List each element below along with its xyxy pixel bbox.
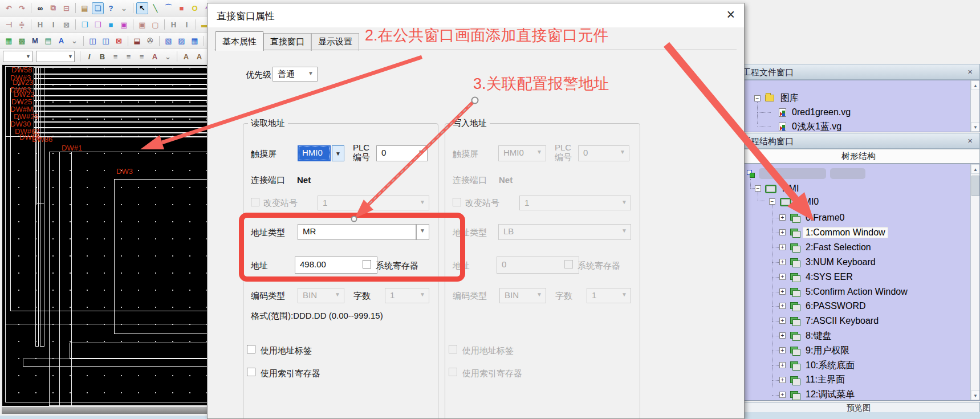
tree-item-window[interactable]: 5:Confirm Action Window — [790, 286, 910, 298]
align-right-icon[interactable]: ≡ — [136, 51, 148, 63]
expand-icon[interactable]: + — [779, 377, 786, 383]
line-tool-icon[interactable]: ╲ — [149, 2, 161, 14]
station-number-select[interactable]: 1▼ — [519, 196, 631, 210]
copy-windows-icon[interactable]: ❏ — [92, 2, 104, 14]
scrollbar-thumb[interactable] — [971, 176, 979, 196]
system-register-checkbox[interactable] — [564, 260, 573, 269]
expand-icon[interactable]: + — [779, 318, 786, 324]
same-height-icon[interactable]: I — [47, 19, 59, 31]
collapse-icon[interactable]: − — [769, 198, 775, 205]
pointer-icon[interactable]: ↖ — [136, 2, 148, 14]
plc-tool-icon[interactable]: ✇ — [144, 35, 156, 47]
expand-icon[interactable]: + — [779, 347, 786, 353]
tree-item-window[interactable]: 3:NUM Keyboard — [790, 256, 878, 269]
close-icon[interactable]: × — [726, 6, 735, 22]
chevron-down-icon[interactable]: ▼ — [332, 145, 344, 161]
more-chevron-icon[interactable]: ⌄ — [68, 35, 80, 47]
tree-item-hmi0[interactable]: HMI0 — [780, 196, 821, 208]
tree-item-window[interactable]: 8:键盘 — [790, 329, 833, 342]
tree-item-hmi[interactable]: HMI — [765, 182, 801, 195]
find-icon[interactable]: ∞ — [34, 2, 46, 14]
window-next-icon[interactable]: ◫ — [100, 35, 112, 47]
encoding-type-select[interactable]: BIN▼ — [499, 288, 546, 303]
download-icon[interactable]: ⬓ — [131, 35, 143, 47]
collapse-icon[interactable]: − — [755, 185, 761, 192]
scroll-up-icon[interactable]: ▲ — [971, 80, 980, 90]
font-color-icon[interactable]: A — [149, 51, 161, 63]
expand-icon[interactable]: + — [779, 229, 786, 235]
tree-item-window[interactable]: 6:PASSWORD — [790, 300, 868, 312]
change-station-checkbox[interactable] — [453, 198, 461, 206]
rect-tool-icon[interactable]: ■ — [176, 2, 188, 14]
word-count-select[interactable]: 1▼ — [385, 288, 429, 303]
tree-column-header[interactable]: 树形结构 — [737, 149, 980, 164]
tree-item-window[interactable]: 2:Fast Selection — [790, 241, 873, 254]
expand-icon[interactable]: + — [779, 259, 786, 265]
expand-icon[interactable]: + — [779, 244, 786, 250]
align-center-icon[interactable]: ≡ — [123, 51, 135, 63]
bring-front-icon[interactable]: ❒ — [79, 19, 91, 31]
touchscreen-select[interactable]: HMI0▼ — [498, 145, 546, 161]
tree-item-window[interactable]: 7:ASCII Keyboard — [790, 315, 881, 327]
hspacing-icon[interactable]: H — [168, 19, 180, 31]
station-number-select[interactable]: 1▼ — [318, 196, 429, 210]
more-chevron-icon[interactable]: ⌄ — [118, 2, 130, 14]
tree-item-window[interactable]: 1:Common Window — [790, 226, 888, 239]
priority-select[interactable]: 普通▼ — [273, 67, 318, 82]
new-screen-icon[interactable]: ▦ — [3, 35, 15, 47]
macro-icon[interactable]: M — [29, 35, 41, 47]
paste-screen-icon[interactable]: ▤ — [42, 35, 54, 47]
align-left-edge-icon[interactable]: ⊣ — [3, 19, 15, 31]
same-size-icon[interactable]: ⊠ — [60, 19, 72, 31]
font-search-icon[interactable]: A — [55, 35, 67, 47]
vspacing-icon[interactable]: I — [181, 19, 193, 31]
tree-item-window[interactable]: 4:SYS EER — [790, 271, 855, 283]
align-left-icon[interactable]: ≡ — [109, 51, 121, 63]
address-type-select[interactable]: LB▼ — [498, 224, 631, 240]
export-icon[interactable]: ⧉ — [47, 2, 59, 14]
ungroup-icon[interactable]: ▢ — [149, 19, 161, 31]
group-icon[interactable]: ▣ — [136, 19, 148, 31]
scroll-down-icon[interactable]: ▼ — [971, 122, 980, 132]
expand-icon[interactable]: + — [779, 392, 786, 398]
align-center-edge-icon[interactable]: ≑ — [16, 19, 28, 31]
help-icon[interactable]: ? — [105, 2, 117, 14]
use-address-tag-checkbox[interactable] — [449, 345, 457, 353]
print-icon[interactable]: ⊟ — [60, 2, 72, 14]
font-size-combo[interactable]: ▼ — [36, 51, 75, 62]
tree-item-vg-file[interactable]: 0red1green.vg — [779, 106, 853, 119]
font-name-combo[interactable]: ▼ — [3, 51, 32, 62]
text-right-icon[interactable]: A — [193, 51, 205, 63]
expand-icon[interactable]: + — [779, 332, 786, 339]
tree-item-gallery[interactable]: 图库 — [765, 92, 801, 104]
scroll-up-icon[interactable]: ▲ — [971, 164, 980, 174]
tab-basic-properties[interactable]: 基本属性 — [215, 31, 263, 51]
use-index-register-checkbox[interactable] — [449, 368, 457, 376]
redo-icon[interactable]: ↷ — [16, 2, 28, 14]
word-count-select[interactable]: 1▼ — [587, 288, 631, 303]
tree-item-vg-file[interactable]: 0浅灰1蓝.vg — [779, 120, 844, 132]
send-back-icon[interactable]: ❒ — [92, 19, 104, 31]
undo-icon[interactable]: ↶ — [3, 2, 15, 14]
canvas-horizontal-scrollbar[interactable] — [2, 407, 207, 414]
bold-icon[interactable]: B — [96, 51, 108, 63]
tree-item-window[interactable]: 0:Frame0 — [790, 211, 847, 224]
arc-tool-icon[interactable]: ⌒ — [162, 2, 174, 14]
expand-icon[interactable]: + — [779, 288, 786, 295]
use-address-tag-checkbox[interactable] — [247, 345, 255, 353]
plc-number-select[interactable]: 0▼ — [578, 145, 629, 161]
user-card-icon[interactable]: ▤ — [79, 2, 91, 14]
close-icon[interactable]: × — [967, 67, 973, 76]
tab-direct-window[interactable]: 直接窗口 — [263, 33, 311, 51]
window-prev-icon[interactable]: ◫ — [87, 35, 99, 47]
same-width-icon[interactable]: H — [34, 19, 46, 31]
more-chevron-icon[interactable]: ⌄ — [162, 51, 174, 63]
move-backward-icon[interactable]: ▣ — [118, 19, 130, 31]
screen-editor-canvas[interactable]: DW58DW#3DW23DW63DW22DW25DW#MDW#26DW30DW#… — [2, 64, 210, 406]
close-icon[interactable]: × — [967, 136, 973, 145]
tree-item-window[interactable]: 9:用户权限 — [790, 344, 852, 357]
tree-item-window[interactable]: 11:主界面 — [790, 374, 847, 387]
image-lib-icon[interactable]: ▩ — [16, 35, 28, 47]
tree-item-window[interactable]: 10:系统底面 — [790, 359, 857, 372]
files-scrollbar[interactable]: ▲ ▼ — [970, 80, 980, 132]
